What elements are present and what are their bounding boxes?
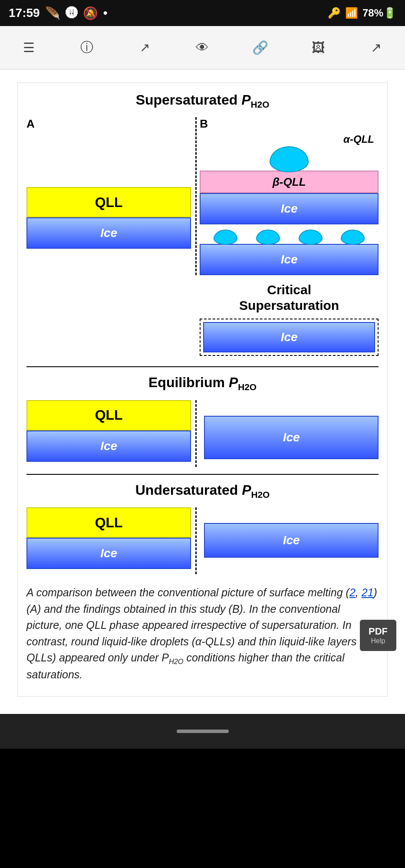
menu-icon: ☰ (23, 40, 35, 55)
status-bar: 17:59 🪶 🅦 🔕 • 🔑 📶 78%🔋 (0, 0, 405, 26)
image-button[interactable]: 🖼 (307, 37, 329, 59)
eye-button[interactable]: 👁 (191, 37, 213, 59)
bottom-home-indicator[interactable] (177, 730, 229, 733)
figure-container: Supersaturated PH2O A QLL Ice B α-QLL (17, 82, 388, 697)
trending-icon: ↗ (140, 40, 150, 55)
whatsapp-icon2: 🅦 (66, 6, 78, 20)
trending-button[interactable]: ↗ (134, 37, 155, 59)
critical-label: CriticalSupersaturation (200, 282, 379, 313)
col-a-super: A QLL Ice (26, 117, 195, 275)
col-a-under: QLL Ice (26, 507, 195, 574)
col-a-label: A (26, 117, 191, 131)
key-icon: 🔑 (328, 7, 341, 19)
qll-block-equil-a: QLL (26, 400, 191, 431)
col-b-label: B (200, 117, 379, 131)
col-b-equil: Ice (195, 400, 379, 467)
link-button[interactable]: 🔗 (250, 37, 271, 59)
col-b-super: B α-QLL β-QLL Ice (195, 117, 379, 275)
qll-block-super-a: QLL (26, 187, 191, 217)
time-display: 17:59 (9, 6, 40, 20)
vertical-divider-equil (195, 400, 197, 467)
conventional-stack-super: QLL Ice (26, 187, 191, 249)
droplet-large (270, 146, 309, 172)
col-b-under: Ice (195, 507, 379, 574)
h-divider-2 (26, 474, 379, 475)
critical-box: Ice (200, 319, 379, 356)
h-divider-1 (26, 366, 379, 367)
dot-indicator: • (103, 6, 108, 20)
ice-block-equil-a: Ice (26, 431, 191, 462)
supersaturated-ab: A QLL Ice B α-QLL β-QLL (26, 117, 379, 275)
info-icon: ⓘ (80, 39, 93, 56)
vertical-divider-super (195, 117, 197, 275)
equilibrium-title: Equilibrium PH2O (26, 374, 379, 393)
ice-block-super-a: Ice (26, 217, 191, 249)
pdf-button[interactable]: PDF Help (360, 620, 396, 651)
share-icon: ↗ (371, 40, 382, 55)
lower-b-super: Ice (200, 230, 379, 275)
eye-icon: 👁 (196, 40, 209, 55)
ice-block-critical: Ice (203, 322, 375, 352)
small-droplets-container (200, 230, 379, 245)
pdf-label: PDF (369, 626, 388, 637)
ref-2-link[interactable]: 2 (349, 586, 356, 598)
supersaturated-title: Supersaturated PH2O (26, 92, 379, 110)
notification-icon: 🔕 (83, 6, 98, 20)
small-droplet-2 (256, 230, 280, 245)
ice-block-equil-b: Ice (204, 416, 379, 459)
col-a-equil: QLL Ice (26, 400, 195, 467)
caption-text-2: ) (A) and the findings obtained in this … (26, 586, 377, 681)
info-button[interactable]: ⓘ (76, 37, 98, 59)
caption-text-1: A comparison between the conventional pi… (26, 586, 349, 598)
image-icon: 🖼 (312, 40, 325, 55)
small-droplet-4 (341, 230, 365, 245)
equil-b-content: Ice (200, 416, 379, 459)
share-button[interactable]: ↗ (365, 37, 387, 59)
small-droplet-1 (214, 230, 237, 245)
alpha-qll-droplets (200, 146, 379, 172)
critical-spacer (26, 279, 195, 359)
undersaturated-title: Undersaturated PH2O (26, 482, 379, 500)
link-icon: 🔗 (252, 40, 268, 55)
bottom-nav-bar (0, 714, 405, 749)
ice-block-under-b: Ice (204, 523, 379, 558)
undersaturated-ab: QLL Ice Ice (26, 507, 379, 574)
small-droplet-3 (299, 230, 323, 245)
critical-section-row: CriticalSupersaturation Ice (26, 279, 379, 359)
equilibrium-ab: QLL Ice Ice (26, 400, 379, 467)
beta-qll-block: β-QLL (200, 171, 379, 193)
ice-block-under-a: Ice (26, 538, 191, 569)
help-label: Help (369, 637, 388, 645)
ref-21-link[interactable]: 21 (362, 586, 374, 598)
battery-display: 78%🔋 (362, 7, 396, 19)
wifi-icon: 📶 (345, 7, 358, 19)
whatsapp-icon: 🪶 (45, 6, 60, 20)
caption-comma: , (356, 586, 362, 598)
menu-button[interactable]: ☰ (18, 37, 40, 59)
figure-caption: A comparison between the conventional pi… (26, 585, 379, 683)
critical-content: CriticalSupersaturation Ice (195, 279, 379, 359)
under-b-content: Ice (200, 523, 379, 558)
equil-stack-a: QLL Ice (26, 400, 191, 462)
under-stack-a: QLL Ice (26, 507, 191, 569)
content-area: Supersaturated PH2O A QLL Ice B α-QLL (0, 69, 405, 714)
ice-block-super-b-bottom: Ice (200, 244, 379, 275)
vertical-divider-under (195, 507, 197, 574)
toolbar: ☰ ⓘ ↗ 👁 🔗 🖼 ↗ (0, 26, 405, 69)
alpha-qll-label: α-QLL (200, 133, 379, 145)
qll-block-under-a: QLL (26, 507, 191, 538)
ice-block-super-b-top: Ice (200, 193, 379, 224)
